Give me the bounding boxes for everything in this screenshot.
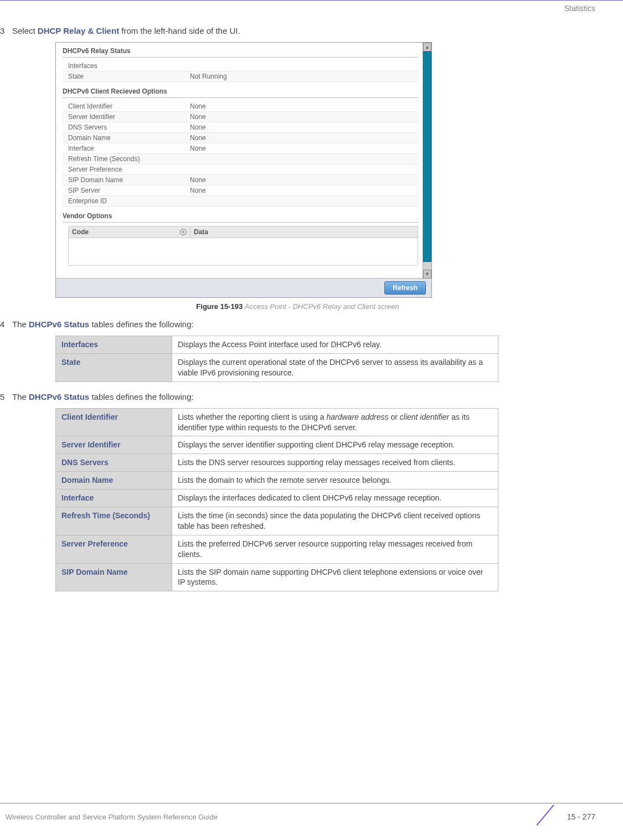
kv-row: Interfaces	[63, 61, 418, 71]
kv-row: Server Preference	[63, 164, 418, 175]
step-number: 4	[0, 319, 12, 329]
kv-key: SIP Domain Name	[68, 176, 190, 184]
table-row: InterfaceDisplays the interfaces dedicat…	[56, 489, 498, 507]
term-cell: Server Preference	[56, 535, 172, 563]
column-code[interactable]: Code •	[69, 226, 190, 238]
kv-value	[190, 62, 418, 70]
section-title: DHCPv6 Relay Status	[63, 47, 418, 56]
desc-cell: Lists the DNS server resources supportin…	[172, 454, 498, 472]
definition-table-2: Client IdentifierLists whether the repor…	[55, 408, 498, 592]
kv-value: None	[190, 134, 418, 142]
table-row: Client IdentifierLists whether the repor…	[56, 408, 498, 436]
kv-key: Refresh Time (Seconds)	[68, 155, 190, 163]
step-number: 3	[0, 26, 12, 35]
step-text: The DHCPv6 Status tables defines the fol…	[12, 319, 595, 329]
section-label: Statistics	[564, 4, 595, 13]
kv-row: SIP Domain NameNone	[63, 175, 418, 185]
bold-term: DHCP Relay & Client	[38, 26, 119, 35]
figure-caption: Figure 15-193 Access Point - DHCPv6 Rela…	[0, 302, 595, 311]
bold-term: DHCPv6 Status	[29, 319, 89, 329]
relay-status-section: DHCPv6 Relay Status InterfacesStateNot R…	[63, 47, 418, 82]
kv-value: Not Running	[190, 73, 418, 80]
refresh-button[interactable]: Refresh	[384, 281, 426, 295]
desc-cell: Lists the domain to which the remote ser…	[172, 472, 498, 489]
kv-key: Interface	[68, 145, 190, 152]
desc-cell: Displays the Access Point interface used…	[172, 336, 498, 354]
scroll-up-icon[interactable]: ▲	[423, 43, 431, 51]
desc-cell: Lists the preferred DHCPv6 server resour…	[172, 535, 498, 563]
step-text: Select DHCP Relay & Client from the left…	[12, 26, 595, 35]
kv-key: Interfaces	[68, 62, 190, 70]
term-cell: Server Identifier	[56, 436, 172, 454]
kv-key: Enterprise ID	[68, 197, 190, 205]
page-number: 15 - 277	[567, 812, 595, 821]
page-content: 3 Select DHCP Relay & Client from the le…	[0, 15, 623, 591]
scroll-down-icon[interactable]: ▼	[423, 270, 431, 279]
term-cell: Refresh Time (Seconds)	[56, 507, 172, 535]
kv-value: None	[190, 102, 418, 110]
kv-value	[190, 197, 418, 205]
column-data[interactable]: Data	[190, 226, 418, 238]
vendor-table-body	[68, 238, 418, 266]
scroll-thumb[interactable]	[423, 51, 431, 262]
footer-title: Wireless Controller and Service Platform…	[6, 813, 218, 821]
divider	[63, 97, 418, 98]
kv-row: SIP ServerNone	[63, 185, 418, 196]
desc-cell: Lists the time (in seconds) since the da…	[172, 507, 498, 535]
page-header: Statistics	[0, 0, 623, 15]
kv-key: Domain Name	[68, 134, 190, 142]
table-row: InterfacesDisplays the Access Point inte…	[56, 336, 498, 354]
bold-term: DHCPv6 Status	[29, 392, 89, 401]
term-cell: DNS Servers	[56, 454, 172, 472]
kv-key: SIP Server	[68, 187, 190, 194]
table-row: Refresh Time (Seconds)Lists the time (in…	[56, 507, 498, 535]
step-3: 3 Select DHCP Relay & Client from the le…	[0, 26, 595, 35]
slash-icon	[540, 807, 560, 827]
kv-row: Client IdentifierNone	[63, 101, 418, 112]
desc-cell: Lists whether the reporting client is us…	[172, 408, 498, 436]
kv-key: DNS Servers	[68, 123, 190, 131]
kv-value: None	[190, 113, 418, 121]
kv-row: InterfaceNone	[63, 143, 418, 154]
table-row: Server IdentifierDisplays the server ide…	[56, 436, 498, 454]
figure-text: Access Point - DHCPv6 Relay and Client s…	[245, 302, 399, 311]
kv-value: None	[190, 187, 418, 194]
figure-number: Figure 15-193	[196, 302, 243, 311]
kv-row: DNS ServersNone	[63, 122, 418, 133]
desc-cell: Displays the current operational state o…	[172, 353, 498, 382]
screenshot-panel: ▲ ▼ DHCPv6 Relay Status InterfacesStateN…	[55, 42, 432, 298]
step-4: 4 The DHCPv6 Status tables defines the f…	[0, 319, 595, 329]
page-footer: Wireless Controller and Service Platform…	[0, 803, 623, 827]
kv-key: Server Preference	[68, 166, 190, 173]
kv-row: Enterprise ID	[63, 196, 418, 207]
divider	[63, 222, 418, 223]
term-cell: State	[56, 353, 172, 382]
kv-row: Server IdentifierNone	[63, 112, 418, 122]
kv-key: State	[68, 73, 190, 80]
step-text: The DHCPv6 Status tables defines the fol…	[12, 392, 595, 401]
kv-key: Server Identifier	[68, 113, 190, 121]
term-cell: Interfaces	[56, 336, 172, 354]
section-title: Vendor Options	[63, 212, 418, 221]
kv-row: Domain NameNone	[63, 133, 418, 143]
kv-value: None	[190, 123, 418, 131]
kv-key: Client Identifier	[68, 102, 190, 110]
scrollbar[interactable]: ▲ ▼	[423, 43, 431, 279]
desc-cell: Lists the SIP domain name supporting DHC…	[172, 563, 498, 591]
kv-value: None	[190, 145, 418, 152]
kv-value	[190, 166, 418, 173]
table-row: StateDisplays the current operational st…	[56, 353, 498, 382]
sort-icon[interactable]: •	[180, 229, 187, 235]
term-cell: Interface	[56, 489, 172, 507]
client-options-section: DHCPv6 Client Recieved Options Client Id…	[63, 87, 418, 207]
desc-cell: Displays the server identifier supportin…	[172, 436, 498, 454]
kv-value	[190, 155, 418, 163]
step-number: 5	[0, 392, 12, 401]
term-cell: Domain Name	[56, 472, 172, 489]
term-cell: SIP Domain Name	[56, 563, 172, 591]
vendor-options-section: Vendor Options Code • Data	[63, 212, 418, 266]
table-row: SIP Domain NameLists the SIP domain name…	[56, 563, 498, 591]
desc-cell: Displays the interfaces dedicated to cli…	[172, 489, 498, 507]
table-row: DNS ServersLists the DNS server resource…	[56, 454, 498, 472]
term-cell: Client Identifier	[56, 408, 172, 436]
